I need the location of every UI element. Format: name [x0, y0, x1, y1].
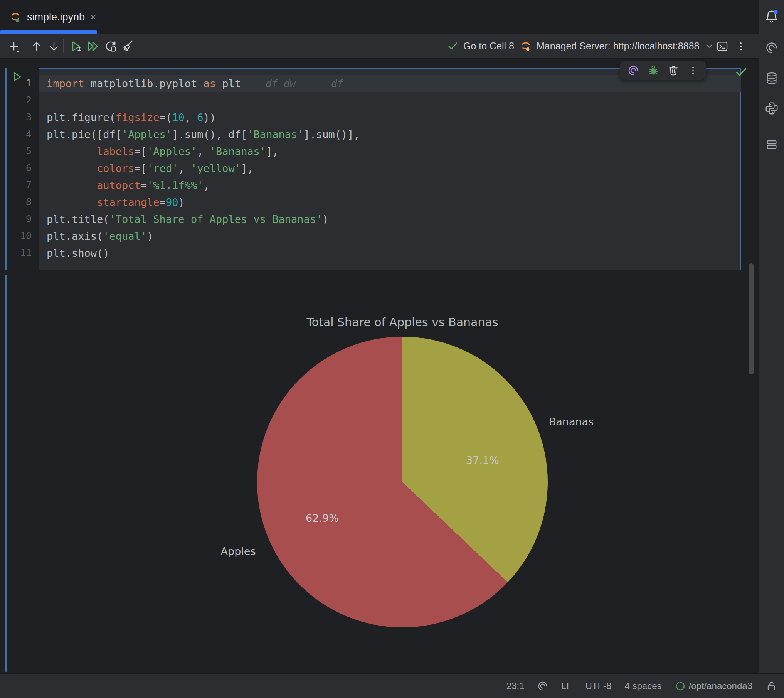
code-editor[interactable]: import matplotlib.pyplot as pltplt.figur…	[47, 75, 360, 262]
inlay-hint: df	[331, 75, 343, 92]
code-line[interactable]: import matplotlib.pyplot as plt	[47, 75, 360, 92]
line-number: 4	[0, 126, 37, 143]
inlay-hint: df_dw	[266, 75, 296, 92]
interpreter-path: /opt/anaconda3	[689, 681, 752, 691]
jupyter-variables-spiral-icon[interactable]	[764, 40, 779, 55]
go-to-cell-label: Go to Cell 8	[463, 40, 514, 52]
cell-kebab-menu-icon[interactable]	[688, 65, 698, 76]
notebook-structure-icon[interactable]	[764, 137, 779, 152]
jupyter-logo-icon	[520, 40, 532, 52]
code-line[interactable]: plt.title('Total Share of Apples vs Bana…	[47, 211, 360, 228]
toolbar-kebab-menu[interactable]	[732, 38, 749, 55]
line-number: 2	[0, 92, 37, 109]
run-cell-button[interactable]	[68, 38, 85, 55]
jupyter-console-button[interactable]	[714, 38, 731, 55]
tab-close-icon[interactable]: ×	[90, 12, 96, 22]
code-line[interactable]: colors=['red', 'yellow'],	[47, 160, 360, 177]
code-line[interactable]: plt.figure(figsize=(10, 6))	[47, 109, 360, 126]
pie	[257, 337, 548, 627]
code-line[interactable]	[47, 92, 360, 109]
line-number: 3	[0, 109, 37, 126]
line-separator[interactable]: LF	[561, 681, 572, 691]
lock-open-icon[interactable]	[765, 680, 777, 692]
code-line[interactable]: labels=['Apples', 'Bananas'],	[47, 143, 360, 160]
notifications-bell-icon[interactable]	[764, 9, 779, 24]
pie-label-apples: Apples	[196, 545, 281, 557]
line-number-gutter: 1234567891011	[0, 68, 37, 270]
cell-executed-check-icon	[735, 66, 748, 79]
strip-divider	[764, 128, 780, 128]
notebook-toolbar: Go to Cell 8 Managed Server: http://loca…	[0, 34, 759, 59]
right-tool-strip	[759, 0, 784, 673]
interpreter-selector[interactable]: /opt/anaconda3	[675, 681, 752, 691]
run-spiral-icon[interactable]	[628, 65, 639, 76]
toolbar-separator	[708, 39, 708, 53]
jupyter-logo-icon	[9, 11, 22, 23]
line-number: 8	[0, 194, 37, 211]
statusbar-spiral-icon[interactable]	[537, 681, 548, 691]
pie-pct-bananas: 37.1%	[444, 454, 521, 466]
line-number: 6	[0, 160, 37, 177]
code-line[interactable]: plt.axis('equal')	[47, 228, 360, 245]
move-cell-down-button[interactable]	[45, 38, 62, 55]
code-line[interactable]: startangle=90)	[47, 194, 360, 211]
pie-label-bananas: Bananas	[529, 416, 614, 428]
active-tab-underline	[0, 30, 97, 34]
run-all-cells-button[interactable]	[84, 38, 101, 55]
chevron-down-icon	[704, 41, 714, 51]
debug-bug-icon[interactable]	[648, 65, 659, 76]
caret-position[interactable]: 23:1	[506, 681, 525, 691]
go-to-cell-button[interactable]: Go to Cell 8	[447, 34, 514, 58]
tab-title: simple.ipynb	[27, 11, 85, 23]
line-number: 10	[0, 228, 37, 244]
code-line[interactable]: plt.show()	[47, 245, 360, 262]
line-number: 5	[0, 143, 37, 160]
add-cell-button[interactable]	[5, 38, 22, 55]
line-number: 9	[0, 211, 37, 228]
pie-pct-apples: 62.9%	[284, 512, 361, 524]
toolbar-separator	[63, 39, 64, 53]
code-line[interactable]: autopct='%1.1f%%',	[47, 177, 360, 194]
delete-cell-trash-icon[interactable]	[668, 65, 679, 76]
status-bar: 23:1 LF UTF-8 4 spaces /opt/anaconda3	[0, 673, 784, 698]
toolbar-separator	[25, 39, 25, 53]
indent-setting[interactable]: 4 spaces	[624, 681, 661, 691]
code-cell[interactable]: import matplotlib.pyplot as pltplt.figur…	[39, 68, 741, 270]
checkmark-icon	[447, 40, 459, 52]
selected-output-stripe	[5, 275, 7, 672]
code-line[interactable]: plt.pie([df['Apples'].sum(), df['Bananas…	[47, 126, 360, 143]
database-icon[interactable]	[764, 71, 779, 86]
managed-server-label: Managed Server: http://localhost:8888	[537, 40, 700, 52]
ide-window: simple.ipynb ×	[0, 0, 784, 698]
line-number: 11	[0, 244, 37, 261]
managed-server-selector[interactable]: Managed Server: http://localhost:8888	[520, 34, 714, 58]
vertical-scrollbar-thumb[interactable]	[749, 263, 754, 374]
chart-title: Total Share of Apples vs Bananas	[229, 315, 576, 329]
line-number: 7	[0, 177, 37, 194]
progress-spinner-icon	[675, 681, 686, 691]
python-packages-icon[interactable]	[764, 101, 779, 116]
line-number: 1	[0, 75, 37, 92]
move-cell-up-button[interactable]	[28, 38, 45, 55]
file-encoding[interactable]: UTF-8	[585, 681, 611, 691]
clear-outputs-button[interactable]	[118, 38, 135, 55]
cell-action-toolbar	[620, 61, 706, 80]
restart-kernel-button[interactable]	[102, 38, 119, 55]
tab-simple-ipynb[interactable]: simple.ipynb ×	[5, 3, 100, 31]
editor-tab-bar: simple.ipynb ×	[0, 0, 759, 34]
